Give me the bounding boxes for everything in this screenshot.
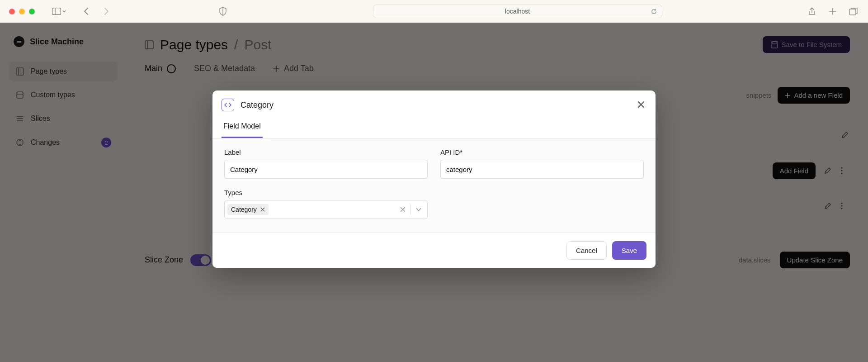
modal-tab-field-model[interactable]: Field Model <box>222 118 263 138</box>
close-modal-button[interactable] <box>637 100 646 110</box>
sidebar-toggle-button[interactable] <box>52 8 66 15</box>
share-button[interactable] <box>807 6 817 17</box>
tabs-overview-button[interactable] <box>848 6 859 17</box>
field-api-id-group: API ID* <box>440 148 644 179</box>
chevron-down-icon <box>415 207 422 212</box>
multiselect-controls <box>400 205 425 214</box>
content-relationship-icon <box>222 99 234 111</box>
types-field-label: Types <box>224 189 428 196</box>
field-types-group: Types Category <box>224 189 428 219</box>
chip-remove-button[interactable] <box>260 207 265 212</box>
edit-field-modal: Category Field Model Label API ID* Types… <box>212 90 656 268</box>
chevron-down-icon <box>62 9 66 14</box>
chip-label: Category <box>231 206 257 213</box>
clear-all-button[interactable] <box>400 206 406 213</box>
fullscreen-window-button[interactable] <box>29 9 35 14</box>
privacy-shield-button[interactable] <box>217 6 228 17</box>
browser-chrome: localhost <box>0 0 868 23</box>
sidebar-icon <box>52 8 61 15</box>
forward-button[interactable] <box>101 6 112 17</box>
label-input[interactable] <box>224 160 428 179</box>
api-id-field-label: API ID* <box>440 148 644 156</box>
svg-rect-0 <box>52 8 61 15</box>
tabs-icon <box>849 7 858 15</box>
address-bar[interactable]: localhost <box>373 5 662 18</box>
close-window-button[interactable] <box>9 9 15 14</box>
cancel-button[interactable]: Cancel <box>566 241 607 260</box>
modal-footer: Cancel Save <box>212 233 656 268</box>
modal-tab-label: Field Model <box>223 122 261 130</box>
modal-tabs: Field Model <box>212 111 656 138</box>
plus-icon <box>829 7 837 15</box>
modal-body: Label API ID* Types Category <box>212 138 656 233</box>
button-label: Save <box>622 247 637 254</box>
label-field-label: Label <box>224 148 428 156</box>
chevron-left-icon <box>83 7 90 15</box>
window-controls <box>9 9 35 14</box>
close-icon <box>637 100 646 109</box>
new-tab-button[interactable] <box>827 6 838 17</box>
api-id-input[interactable] <box>440 160 644 179</box>
shield-icon <box>219 7 227 16</box>
address-bar-text: localhost <box>505 8 530 15</box>
minimize-window-button[interactable] <box>19 9 25 14</box>
button-label: Cancel <box>576 247 597 254</box>
close-icon <box>260 207 265 212</box>
types-multiselect[interactable]: Category <box>224 200 428 219</box>
close-icon <box>400 206 406 213</box>
modal-title: Category <box>241 100 274 110</box>
share-icon <box>808 7 816 16</box>
reload-icon <box>651 8 657 15</box>
dropdown-toggle-button[interactable] <box>415 207 422 212</box>
divider <box>410 205 411 214</box>
reload-button[interactable] <box>651 8 657 15</box>
field-label-group: Label <box>224 148 428 179</box>
modal-header: Category <box>212 90 656 111</box>
chevron-right-icon <box>103 7 109 15</box>
save-button[interactable]: Save <box>612 241 646 260</box>
back-button[interactable] <box>81 6 92 17</box>
svg-rect-2 <box>849 9 856 15</box>
types-chip: Category <box>227 204 269 215</box>
